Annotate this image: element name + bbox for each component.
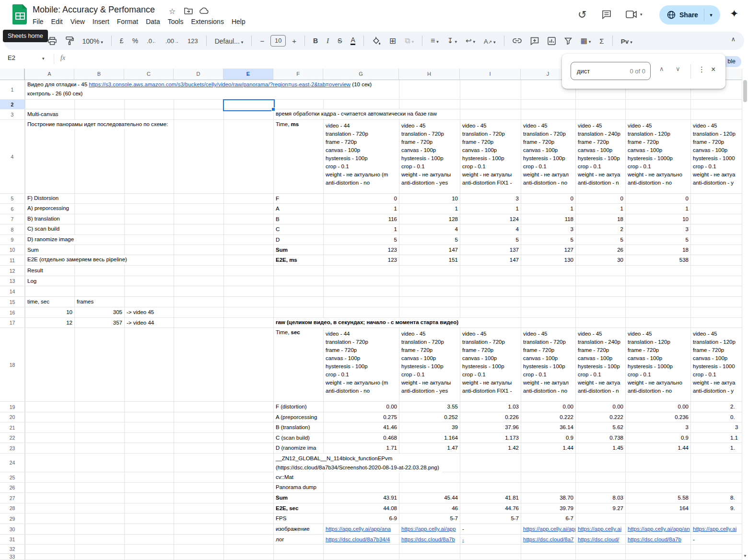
cell-H21[interactable]: 39	[399, 422, 460, 432]
cell-G29[interactable]: 6-9	[324, 513, 399, 524]
decrease-decimal-button[interactable]: .0←	[147, 37, 157, 45]
cell-G27[interactable]: 43.91	[324, 493, 399, 503]
cell-F21[interactable]: B (translation)	[274, 422, 323, 432]
cell-G7[interactable]: 116	[324, 214, 399, 224]
cell-L9[interactable]: 5	[626, 235, 690, 245]
cell-J22[interactable]: 0.9	[521, 433, 575, 443]
paint-format-icon[interactable]	[65, 36, 74, 45]
cell-K18[interactable]: video - 45 translation - 240p frame - 72…	[576, 328, 625, 401]
cell-M27[interactable]: 8.	[691, 493, 742, 503]
col-header-B[interactable]: B	[74, 69, 124, 80]
cell-I9[interactable]: 5	[460, 235, 521, 245]
cell-H18[interactable]: video - 45 translation - 720p frame - 72…	[399, 328, 460, 401]
cell-J21[interactable]: 36.14	[521, 422, 575, 432]
cell-K23[interactable]: 1.45	[576, 443, 625, 453]
move-folder-icon[interactable]	[184, 7, 193, 14]
menu-data[interactable]: Data	[142, 16, 164, 27]
cell-M28[interactable]: 9.	[691, 503, 742, 513]
cell-F30[interactable]: изображение	[274, 524, 323, 534]
row-header-16[interactable]: 16	[0, 307, 25, 317]
cell-G10[interactable]: 123	[324, 245, 399, 255]
row-header-13[interactable]: 13	[0, 276, 25, 286]
table-views-icon[interactable]: ▦▾	[581, 36, 591, 45]
row-header-15[interactable]: 15	[0, 297, 25, 307]
scrollbar-arrow-icon[interactable]: ▼	[743, 554, 747, 558]
grid-corner[interactable]	[0, 69, 25, 80]
row-header-27[interactable]: 27	[0, 493, 25, 503]
cell-F9[interactable]: D	[274, 235, 323, 245]
horizontal-align-icon[interactable]: ≡▾	[431, 36, 439, 45]
share-caret-icon[interactable]: ▾	[704, 12, 718, 18]
meet-caret-icon[interactable]: ▾	[640, 12, 643, 17]
cell-A8[interactable]: C) scan build	[25, 224, 62, 233]
cell-J27[interactable]: 38.70	[521, 493, 575, 503]
cell-I22[interactable]: 1.173	[460, 433, 521, 443]
cell-K27[interactable]: 8.03	[576, 493, 625, 503]
cell-H19[interactable]: 3.55	[399, 402, 460, 412]
cell-H6[interactable]: 1	[399, 204, 460, 214]
percent-format-button[interactable]: %	[132, 37, 138, 45]
cell-G30[interactable]: https://app.celly.ai/app/ana	[324, 524, 399, 534]
row-header-7[interactable]: 7	[0, 214, 25, 224]
cell-F27[interactable]: Sum	[274, 493, 323, 503]
text-wrap-icon[interactable]: ↩▾	[466, 36, 475, 45]
cell-H31[interactable]: https://dsc.cloud/8a7b	[399, 535, 460, 544]
cell-F11[interactable]: E2E, ms	[274, 255, 323, 265]
cell-K9[interactable]: 5	[576, 235, 625, 245]
cell-L6[interactable]: 1	[626, 204, 690, 214]
vertical-align-icon[interactable]: ↧▾	[447, 36, 457, 45]
functions-icon[interactable]: Σ	[599, 37, 604, 45]
cell-I20[interactable]: 0.226	[460, 412, 521, 422]
font-selector[interactable]: Defaul...▾	[215, 37, 244, 45]
strikethrough-button[interactable]: S	[338, 37, 342, 45]
increase-font-size-button[interactable]: +	[292, 37, 296, 45]
cell-F17[interactable]: raw (целиком видео, в секундах; начало -…	[274, 318, 461, 327]
cell-F28[interactable]: E2E, sec	[274, 503, 323, 513]
row-header-25[interactable]: 25	[0, 472, 25, 482]
insert-comment-icon[interactable]	[530, 37, 539, 45]
cell-H11[interactable]: 151	[399, 255, 460, 265]
cell-A9[interactable]: D) ranomize image	[25, 235, 77, 244]
cell-K21[interactable]: 5.62	[576, 422, 625, 432]
cell-A12[interactable]: Result	[25, 266, 74, 276]
col-header-E[interactable]: E	[223, 69, 273, 80]
cell-J6[interactable]: 1	[521, 204, 575, 214]
cell-C17[interactable]: -> video 44	[125, 318, 174, 327]
cell-J7[interactable]: 118	[521, 214, 575, 224]
cell-M30[interactable]: https://app.celly.ai	[691, 524, 742, 534]
row-header-26[interactable]: 26	[0, 483, 25, 492]
italic-button[interactable]: I	[327, 37, 329, 45]
menu-file[interactable]: File	[29, 16, 47, 27]
cell-I5[interactable]: 3	[460, 194, 521, 203]
insert-link-icon[interactable]	[513, 38, 522, 43]
col-header-A[interactable]: A	[25, 69, 74, 80]
decrease-font-size-button[interactable]: −	[260, 37, 264, 45]
currency-format-button[interactable]: £	[120, 37, 124, 45]
cell-K7[interactable]: 18	[576, 214, 625, 224]
cell-J4[interactable]: video - 45 translation - 720p frame - 72…	[521, 120, 575, 193]
cell-M22[interactable]: 1.1	[691, 433, 742, 443]
cell-K6[interactable]: 1	[576, 204, 625, 214]
row-header-10[interactable]: 10	[0, 245, 25, 255]
vertical-scrollbar[interactable]: ▼	[742, 69, 748, 560]
cell-J8[interactable]: 3	[521, 224, 575, 234]
row-header-33[interactable]: 33	[0, 554, 25, 560]
cell-K22[interactable]: 0.738	[576, 433, 625, 443]
cell-L20[interactable]: 0.236	[626, 412, 690, 422]
cell-F25[interactable]: cv::Mat	[274, 472, 323, 482]
cell-B16[interactable]: 305	[75, 307, 124, 317]
row-header-28[interactable]: 28	[0, 503, 25, 513]
cell-G18[interactable]: video - 44 translation - 720p frame - 72…	[324, 328, 399, 401]
font-size-input[interactable]: 10	[270, 35, 286, 47]
cell-L30[interactable]: https://app.celly.ai/app/an	[626, 524, 690, 534]
row-header-3[interactable]: 3	[0, 109, 25, 119]
cell-A5[interactable]: F) Distorsion	[25, 194, 61, 203]
insert-chart-icon[interactable]	[548, 37, 556, 45]
cell-L10[interactable]: 18	[626, 245, 690, 255]
text-rotation-icon[interactable]: A↗▾	[484, 37, 496, 45]
cell-H28[interactable]: 46	[399, 503, 460, 513]
col-header-F[interactable]: F	[273, 69, 323, 80]
col-header-D[interactable]: D	[174, 69, 223, 80]
find-input[interactable]: дист 0 of 0	[571, 62, 651, 80]
cell-F18[interactable]: Time, sec	[274, 328, 323, 337]
